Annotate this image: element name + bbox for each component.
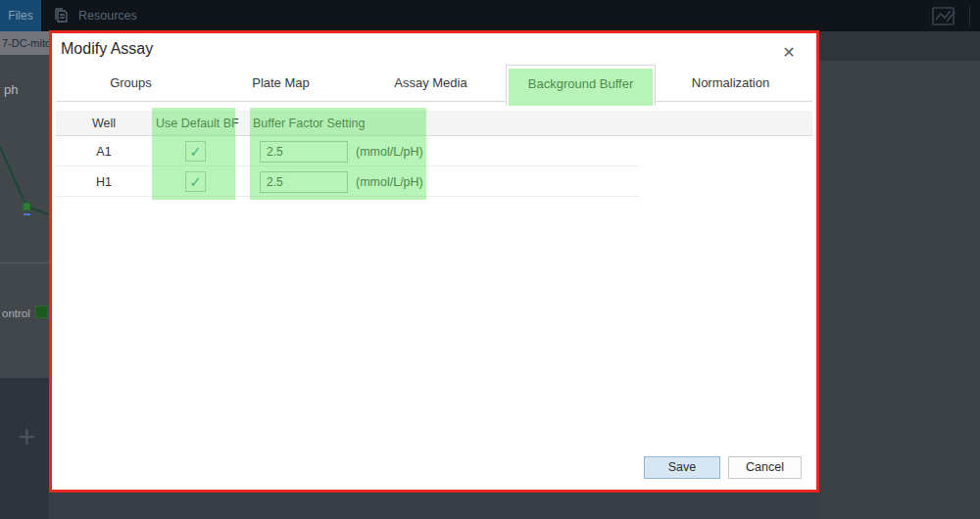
header-use-default-bf: Use Default BF bbox=[152, 117, 250, 130]
table-header-row: Well Use Default BF Buffer Factor Settin… bbox=[56, 111, 812, 136]
unit-label: (mmol/L/pH) bbox=[356, 145, 423, 159]
background-chart-line bbox=[0, 137, 49, 225]
background-panel-divider bbox=[0, 262, 49, 263]
header-buffer-factor-setting: Buffer Factor Setting bbox=[250, 117, 812, 130]
topbar-divider bbox=[969, 6, 970, 25]
background-right-panel bbox=[819, 61, 980, 519]
background-legend-swatch bbox=[35, 306, 48, 318]
background-document-tab: 7-DC-mito bbox=[0, 31, 49, 55]
save-button[interactable]: Save bbox=[644, 456, 720, 479]
background-lower-panel: + bbox=[0, 378, 49, 519]
dialog-tab-bar: Groups Plate Map Assay Media Background … bbox=[56, 65, 812, 102]
background-legend-label: ontrol bbox=[2, 307, 30, 319]
background-graph-label: ph bbox=[4, 82, 18, 97]
dialog-title: Modify Assay bbox=[61, 40, 153, 58]
nav-tab-files[interactable]: Files bbox=[0, 0, 41, 31]
table-row: H1 ✓ (mmol/L/pH) bbox=[56, 166, 812, 197]
unit-label: (mmol/L/pH) bbox=[356, 175, 423, 189]
buffer-table: Well Use Default BF Buffer Factor Settin… bbox=[56, 111, 812, 197]
tab-plate-map[interactable]: Plate Map bbox=[206, 65, 356, 101]
buffer-factor-input[interactable] bbox=[260, 141, 348, 163]
tab-background-buffer[interactable]: Background Buffer bbox=[506, 65, 656, 106]
header-well: Well bbox=[56, 117, 152, 130]
close-icon[interactable]: ✕ bbox=[779, 43, 799, 63]
tab-groups[interactable]: Groups bbox=[56, 65, 206, 101]
background-bottom-strip bbox=[49, 493, 819, 519]
top-nav-bar: Files Resources bbox=[0, 0, 980, 31]
plus-crosshair-icon: + bbox=[18, 421, 36, 452]
well-label: A1 bbox=[56, 145, 152, 159]
tab-background-buffer-label: Background Buffer bbox=[528, 76, 633, 91]
well-label: H1 bbox=[56, 175, 152, 189]
tab-normalization[interactable]: Normalization bbox=[656, 65, 806, 101]
table-row: A1 ✓ (mmol/L/pH) bbox=[56, 136, 812, 166]
chart-icon[interactable] bbox=[931, 6, 958, 27]
background-chart-panel: ph ontrol bbox=[0, 55, 49, 378]
tab-assay-media[interactable]: Assay Media bbox=[356, 65, 506, 101]
buffer-factor-input[interactable] bbox=[260, 171, 348, 193]
background-right-band bbox=[819, 31, 980, 61]
cancel-button[interactable]: Cancel bbox=[728, 456, 802, 479]
use-default-bf-checkbox[interactable]: ✓ bbox=[185, 141, 206, 162]
nav-item-resources[interactable]: Resources bbox=[78, 0, 137, 31]
modify-assay-dialog: Modify Assay ✕ Groups Plate Map Assay Me… bbox=[49, 30, 819, 493]
use-default-bf-checkbox[interactable]: ✓ bbox=[185, 171, 206, 192]
resources-icon bbox=[53, 7, 71, 28]
